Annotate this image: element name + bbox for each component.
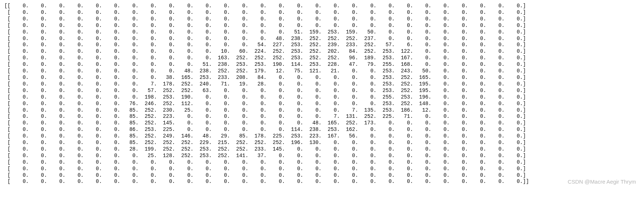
matrix-printout: [[ 0. 0. 0. 0. 0. 0. 0. 0. 0. 0. 0. 0. 0… xyxy=(4,3,640,185)
